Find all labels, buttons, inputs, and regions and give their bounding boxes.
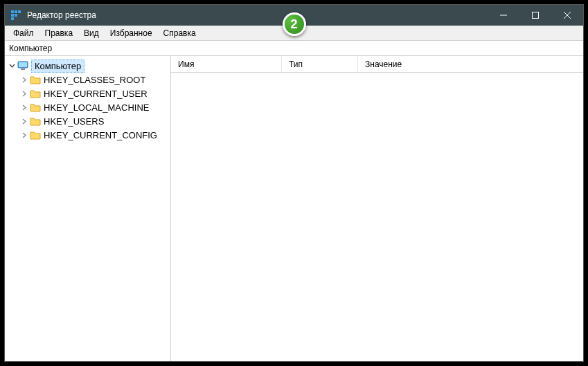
- chevron-right-icon[interactable]: [21, 118, 30, 125]
- registry-editor-window: Редактор реестра Файл Правка Вид Избранн…: [4, 4, 584, 362]
- folder-icon: [30, 102, 41, 112]
- column-type[interactable]: Тип: [282, 56, 358, 72]
- tree-item-hku[interactable]: HKEY_USERS: [5, 114, 170, 128]
- svg-rect-5: [11, 17, 14, 20]
- tree-item-label: HKEY_CURRENT_USER: [44, 89, 148, 99]
- folder-icon: [30, 116, 41, 126]
- computer-icon: [17, 61, 28, 71]
- step-badge: 2: [283, 12, 306, 36]
- tree-root-label: Компьютер: [31, 60, 84, 73]
- menu-edit[interactable]: Правка: [39, 27, 79, 39]
- tree-item-hklm[interactable]: HKEY_LOCAL_MACHINE: [5, 100, 170, 114]
- tree-item-label: HKEY_CURRENT_CONFIG: [44, 130, 157, 140]
- svg-rect-7: [533, 12, 539, 19]
- list-header: Имя Тип Значение: [171, 56, 583, 73]
- menu-favorites[interactable]: Избранное: [105, 27, 158, 39]
- menu-view[interactable]: Вид: [78, 27, 105, 39]
- tree-item-label: HKEY_CLASSES_ROOT: [44, 75, 145, 85]
- svg-rect-3: [11, 14, 14, 17]
- tree-item-hkcc[interactable]: HKEY_CURRENT_CONFIG: [5, 128, 170, 142]
- registry-tree[interactable]: Компьютер HKEY_CLASSES_ROOT: [5, 56, 171, 361]
- svg-rect-11: [19, 62, 27, 67]
- column-name[interactable]: Имя: [171, 56, 282, 72]
- chevron-down-icon[interactable]: [9, 63, 17, 69]
- tree-root[interactable]: Компьютер: [5, 59, 170, 73]
- chevron-right-icon[interactable]: [21, 77, 30, 83]
- svg-rect-0: [11, 10, 14, 13]
- app-icon: [10, 10, 21, 21]
- address-bar[interactable]: Компьютер: [5, 41, 583, 56]
- svg-rect-2: [18, 10, 21, 13]
- tree-item-label: HKEY_LOCAL_MACHINE: [44, 102, 149, 113]
- list-body[interactable]: [171, 73, 583, 361]
- address-path: Компьютер: [9, 44, 52, 53]
- close-button[interactable]: [551, 5, 583, 26]
- folder-icon: [30, 89, 41, 98]
- tree-item-hkcr[interactable]: HKEY_CLASSES_ROOT: [5, 73, 170, 86]
- value-list: Имя Тип Значение: [171, 56, 583, 361]
- maximize-button[interactable]: [519, 5, 551, 26]
- folder-icon: [30, 75, 41, 84]
- menu-file[interactable]: Файл: [8, 27, 39, 39]
- chevron-right-icon[interactable]: [21, 104, 30, 111]
- column-value[interactable]: Значение: [358, 56, 583, 72]
- tree-item-label: HKEY_USERS: [44, 116, 104, 127]
- menu-help[interactable]: Справка: [158, 27, 202, 39]
- svg-rect-4: [15, 14, 17, 17]
- svg-rect-1: [15, 10, 17, 13]
- tree-item-hkcu[interactable]: HKEY_CURRENT_USER: [5, 86, 170, 100]
- chevron-right-icon[interactable]: [21, 91, 30, 97]
- svg-rect-12: [21, 68, 25, 70]
- chevron-right-icon[interactable]: [21, 132, 30, 138]
- window-title: Редактор реестра: [27, 10, 96, 20]
- folder-icon: [30, 130, 41, 140]
- minimize-button[interactable]: [488, 5, 519, 26]
